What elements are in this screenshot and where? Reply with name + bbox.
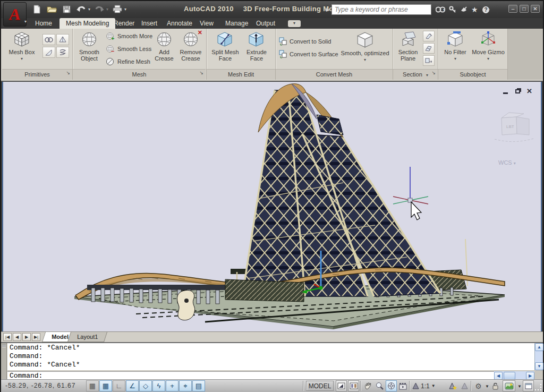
pan-button[interactable] [362, 380, 373, 391]
print-dropdown[interactable]: ▾ [124, 7, 126, 12]
autoscale-button[interactable] [459, 380, 470, 391]
toggle-grid[interactable]: ▦ [99, 380, 112, 391]
section-plane-button[interactable]: Section Plane [394, 31, 422, 62]
print-button[interactable] [112, 3, 123, 15]
annotation-scale-button[interactable]: 1:1 ▼ [411, 380, 444, 391]
tab-insert[interactable]: Insert [135, 18, 164, 29]
drawing-minimize-button[interactable] [502, 88, 510, 95]
scroll-down-button[interactable]: ▼ [535, 362, 543, 370]
minimize-button[interactable]: – [508, 5, 517, 13]
remove-crease-button[interactable]: ✕ Remove Crease [178, 31, 203, 62]
wcs-dropdown[interactable]: WCS ▾ [498, 159, 516, 166]
quick-view-layouts-button[interactable] [336, 380, 347, 391]
drawing-viewport[interactable]: LBT ✕ WCS ▾ [2, 82, 542, 331]
add-jog-button[interactable] [423, 43, 435, 54]
drawing-close-button[interactable]: ✕ [526, 88, 534, 95]
close-button[interactable]: ✕ [531, 5, 540, 13]
mesh-pyramid-button[interactable] [56, 34, 69, 45]
open-button[interactable] [46, 3, 57, 15]
settings-dropdown-icon[interactable]: ▼ [485, 384, 489, 389]
smooth-more-button[interactable]: + Smooth More [106, 32, 152, 40]
model-space-button[interactable]: MODEL [306, 381, 334, 391]
scrollbar-thumb[interactable] [504, 372, 515, 380]
scroll-up-button[interactable]: ▲ [535, 343, 543, 351]
toggle-qp[interactable]: ▤ [192, 380, 205, 391]
infocenter-collapse-icon[interactable]: ▶ [326, 7, 330, 12]
last-tab-button[interactable]: ▶| [32, 333, 40, 341]
resize-grip[interactable] [534, 384, 542, 391]
subscription-center-button[interactable] [449, 6, 456, 13]
undo-dropdown[interactable]: ▾ [88, 7, 90, 12]
mesh-wedge-button[interactable] [42, 47, 55, 58]
redo-button[interactable] [94, 3, 105, 15]
help-button[interactable]: ? ▾ [482, 6, 490, 14]
command-vertical-scrollbar[interactable]: ▲ ▼ [534, 343, 543, 370]
search-input[interactable] [332, 4, 431, 15]
minimize-ribbon-button[interactable]: ▾ [288, 20, 301, 27]
toggle-ortho[interactable]: ∟ [113, 380, 125, 391]
tab-view[interactable]: View [193, 18, 220, 29]
remove-crease-icon [182, 31, 199, 48]
maximize-button[interactable]: □ [520, 5, 529, 13]
command-history[interactable]: Command: *Cancel* Command: Command: *Can… [7, 343, 534, 370]
dialog-launcher-icon[interactable]: ↘ [66, 68, 70, 78]
toggle-osnap[interactable]: ◇ [139, 380, 152, 391]
tray-settings-button[interactable] [503, 380, 515, 391]
search-button[interactable]: ▾ [436, 6, 445, 13]
drawing-restore-button[interactable] [514, 88, 522, 95]
undo-button[interactable] [75, 3, 87, 15]
command-window-grip[interactable] [1, 343, 7, 380]
coordinate-display[interactable]: -58.29, -26.78, 61.67 [5, 382, 75, 389]
panel-expand-icon[interactable]: ▾ [426, 73, 428, 78]
add-crease-button[interactable]: Add Crease [152, 31, 176, 62]
toolbar-lock-button[interactable] [490, 380, 501, 391]
dialog-launcher-icon[interactable]: ↘ [431, 68, 436, 78]
steering-wheel-button[interactable] [386, 380, 397, 391]
generate-section-button[interactable] [423, 55, 435, 66]
svg-text:LBT: LBT [506, 124, 514, 129]
smooth-object-button[interactable]: Smooth Object [76, 31, 103, 62]
convert-to-surface-button[interactable]: Convert to Surface [279, 50, 338, 58]
next-tab-button[interactable]: ▶ [22, 333, 31, 341]
prev-tab-button[interactable]: ◀ [13, 333, 21, 341]
save-button[interactable] [61, 3, 72, 15]
live-section-button[interactable] [423, 31, 435, 41]
tab-layout1[interactable]: Layout1 [67, 332, 107, 342]
mesh-torus-button[interactable] [42, 34, 55, 45]
new-button[interactable] [31, 3, 42, 15]
application-menu-button[interactable]: A ▾ [3, 2, 27, 27]
no-filter-button[interactable]: No Filter ▾ [440, 31, 470, 62]
smooth-less-button[interactable]: – Smooth Less [106, 45, 151, 53]
workspace-settings-button[interactable]: ⚙ [473, 380, 484, 391]
scroll-left-button[interactable]: ◀ [494, 372, 503, 380]
convert-to-solid-button[interactable]: Convert to Solid [279, 37, 331, 46]
annotation-visibility-button[interactable] [447, 380, 458, 391]
toggle-polar[interactable]: ∠ [126, 380, 139, 391]
toggle-dyn[interactable]: ⌖ [179, 380, 192, 391]
favorites-button[interactable]: ★ [471, 5, 478, 14]
redo-dropdown[interactable]: ▾ [106, 7, 108, 12]
mesh-box-button[interactable]: Mesh Box ▾ [6, 31, 37, 62]
chevron-down-icon: ▾ [6, 56, 37, 62]
toggle-snap[interactable]: ▦ [86, 380, 99, 391]
split-mesh-face-button[interactable]: Split Mesh Face [210, 31, 241, 62]
clean-screen-button[interactable] [523, 380, 534, 391]
communication-center-button[interactable] [460, 6, 468, 13]
quick-view-drawings-button[interactable] [348, 380, 359, 391]
first-tab-button[interactable]: |◀ [3, 333, 12, 341]
mesh-helix-button[interactable] [56, 47, 69, 58]
zoom-button[interactable] [374, 380, 385, 391]
scroll-right-button[interactable]: ▶ [526, 372, 534, 380]
toggle-ducs[interactable]: + [166, 380, 178, 391]
showmotion-button[interactable] [397, 380, 409, 391]
tab-home[interactable]: Home [29, 18, 58, 29]
toggle-otrack[interactable]: ϟ [152, 380, 165, 391]
refine-mesh-button[interactable]: Refine Mesh [106, 57, 150, 66]
move-gizmo-button[interactable]: Move Gizmo ▾ [471, 31, 505, 62]
quick-access-toolbar: ▾ ▾ ▾ [31, 3, 126, 15]
smooth-optimized-button[interactable]: Smooth, optimized ▾ [338, 31, 392, 63]
dialog-launcher-icon[interactable]: ↘ [199, 68, 203, 78]
tray-dropdown-icon[interactable]: ▼ [517, 384, 522, 389]
extrude-face-button[interactable]: Extrude Face [243, 31, 270, 62]
tab-output[interactable]: Output [250, 18, 282, 29]
